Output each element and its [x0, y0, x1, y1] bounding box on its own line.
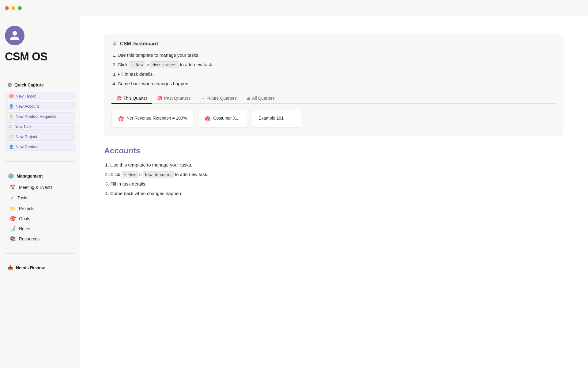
accounts-instruction-1: Use this template to manage your tasks.	[110, 162, 564, 169]
needs-review-section: 📤 Needs Review	[5, 263, 75, 273]
folder-icon: 📁	[10, 205, 16, 211]
sidebar-item-goals[interactable]: 🎯 Goals	[5, 214, 75, 223]
plus-new-badge: + New	[129, 61, 145, 69]
sidebar-item-meeting-events[interactable]: 📅 Meeting & Events	[5, 182, 75, 192]
all-tab-icon: ⊞	[247, 96, 250, 101]
quick-capture-header: ⊕ Quick Capture	[5, 80, 75, 90]
app-header: CSM OS	[5, 26, 75, 73]
contact-icon: 👤	[9, 144, 14, 149]
csm-dashboard-section: 🖥 CSM Dashboard Use this template to man…	[104, 34, 564, 136]
sidebar-item-resources[interactable]: 📚 Resources	[5, 234, 75, 243]
management-header: ⚙️ Management	[5, 171, 75, 181]
accounts-new-account-badge: New Account	[143, 171, 174, 178]
accounts-instruction-2: Click + New > New Account to add new tas…	[110, 171, 564, 178]
quick-capture-section: ⊕ Quick Capture 🎯 New Target 👤 New Accou…	[5, 80, 75, 151]
management-section: ⚙️ Management 📅 Meeting & Events ✓ Tasks…	[5, 171, 75, 243]
maximize-button[interactable]	[18, 6, 22, 10]
sidebar-item-new-product-requests[interactable]: ✋ New Product Requests	[5, 112, 75, 121]
sidebar-item-new-project[interactable]: 📁 New Project	[5, 132, 75, 141]
notes-icon: 📝	[10, 226, 16, 232]
product-requests-icon: ✋	[9, 114, 14, 119]
avatar	[5, 26, 24, 45]
dashboard-instructions: Use this template to manage your tasks. …	[111, 52, 556, 87]
sidebar-item-new-target[interactable]: 🎯 New Target	[5, 92, 75, 100]
app-title: CSM OS	[5, 50, 75, 63]
card-net-revenue[interactable]: 🎯 Net Revenue Retention = 100%	[111, 110, 193, 128]
monitor-icon: 🖥	[111, 40, 117, 47]
accounts-instructions: Use this template to manage your tasks. …	[104, 162, 564, 197]
sidebar-item-new-account[interactable]: 👤 New Account	[5, 102, 75, 110]
target-icon: 🎯	[9, 94, 14, 98]
dashboard-tabs: 🎯 This Quarter 🎯 Past Quarters → Future …	[111, 93, 556, 104]
needs-review-header[interactable]: 📤 Needs Review	[5, 263, 75, 272]
past-tab-icon: 🎯	[157, 96, 162, 101]
main-content: 🖥 CSM Dashboard Use this template to man…	[80, 16, 588, 368]
accounts-plus-new-badge: + New	[122, 171, 138, 178]
management-icon: ⚙️	[7, 173, 14, 179]
resources-icon: 📚	[10, 236, 16, 242]
future-tab-icon: →	[200, 96, 205, 101]
dashboard-header: 🖥 CSM Dashboard	[111, 40, 556, 47]
sidebar-item-tasks[interactable]: ✓ Tasks	[5, 193, 75, 203]
person-icon	[9, 30, 20, 41]
quick-capture-icon: ⊕	[7, 82, 12, 88]
tab-this-quarter[interactable]: 🎯 This Quarter	[111, 93, 152, 104]
goals-icon: 🎯	[10, 216, 16, 221]
card-customer-icon: 🎯	[205, 116, 211, 122]
instruction-1: Use this template to manage your tasks.	[118, 52, 556, 59]
card-customer-x[interactable]: 🎯 Costumer X....	[198, 110, 247, 128]
instruction-4: Come back when changes happen.	[118, 80, 556, 87]
dashboard-title: CSM Dashboard	[120, 41, 158, 47]
quick-capture-label: Quick Capture	[14, 82, 44, 87]
sidebar: CSM OS ⊕ Quick Capture 🎯 New Target 👤 Ne…	[0, 16, 80, 368]
page: CSM OS ⊕ Quick Capture 🎯 New Target 👤 Ne…	[0, 16, 588, 368]
close-button[interactable]	[5, 6, 9, 10]
check-icon: ✓	[10, 194, 14, 201]
dashboard-cards: 🎯 Net Revenue Retention = 100% 🎯 Costume…	[111, 110, 556, 128]
accounts-section: Accounts Use this template to manage you…	[104, 146, 564, 197]
minimize-button[interactable]	[11, 6, 15, 10]
tab-future-quarters[interactable]: → Future Quarters	[195, 93, 242, 104]
sidebar-item-new-task[interactable]: ☑ New Task	[5, 122, 75, 131]
titlebar	[0, 0, 588, 16]
accounts-instruction-3: Fill in task details.	[110, 181, 564, 188]
card-example-101[interactable]: Example 101	[252, 110, 301, 128]
sidebar-item-projects[interactable]: 📁 Projects	[5, 204, 75, 213]
tab-all-quarters[interactable]: ⊞ All Quarters	[242, 93, 280, 104]
account-icon: 👤	[9, 104, 14, 109]
instruction-3: Fill in task details.	[118, 71, 556, 78]
divider	[5, 161, 75, 162]
card-target-icon: 🎯	[118, 116, 124, 122]
task-icon: ☑	[9, 124, 13, 129]
send-icon: 📤	[7, 265, 13, 270]
accounts-instruction-4: Come back when changes happen.	[110, 190, 564, 197]
divider-2	[5, 253, 75, 254]
sidebar-item-new-contact[interactable]: 👤 New Contact	[5, 143, 75, 151]
calendar-icon: 📅	[10, 184, 16, 190]
project-icon: 📁	[9, 134, 14, 139]
sidebar-item-notes[interactable]: 📝 Notes	[5, 224, 75, 233]
accounts-title: Accounts	[104, 146, 564, 155]
tab-past-quarters[interactable]: 🎯 Past Quarters	[152, 93, 195, 104]
new-target-badge: New target	[150, 61, 179, 69]
instruction-2: Click + New > New target to add new task…	[118, 61, 556, 69]
target-tab-icon: 🎯	[116, 96, 122, 101]
